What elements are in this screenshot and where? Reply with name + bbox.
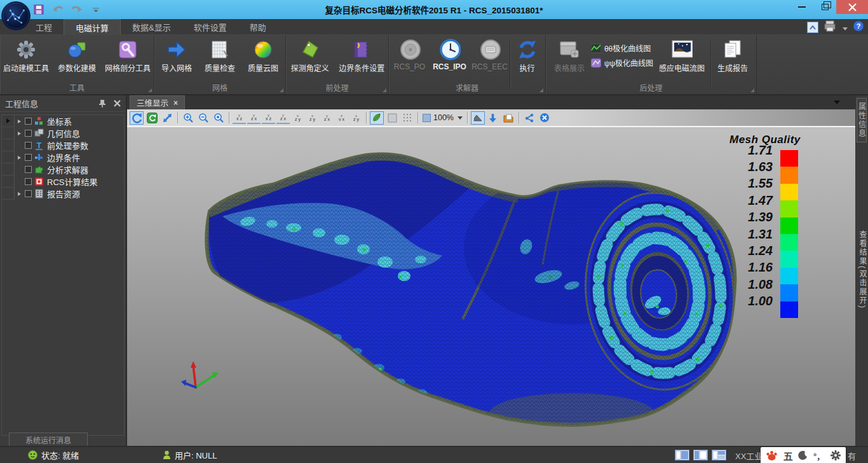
properties-tab[interactable]: 属性信息: [857, 98, 867, 142]
viewport-menu-dropdown-icon[interactable]: [834, 100, 840, 104]
restore-button[interactable]: [813, 0, 836, 14]
rcs-ipo-button[interactable]: RCS_IPO: [430, 38, 470, 71]
ime-gear-icon[interactable]: [831, 450, 841, 460]
undo-button[interactable]: [51, 3, 65, 17]
copy-view-button[interactable]: [501, 111, 515, 125]
layout-right-button[interactable]: [712, 450, 726, 460]
flat-shade-button[interactable]: [385, 111, 399, 125]
minimize-button[interactable]: [790, 0, 813, 14]
tab-project[interactable]: 工程: [24, 19, 64, 35]
group-expand-icon[interactable]: [280, 88, 283, 92]
checkbox[interactable]: [25, 130, 32, 137]
close-tab-icon[interactable]: ×: [173, 99, 178, 107]
boundary-settings-button[interactable]: 边界条件设置: [336, 38, 388, 73]
tab-help[interactable]: 帮助: [238, 19, 278, 35]
theta-polar-plot-button[interactable]: θθ极化曲线图: [591, 43, 653, 53]
rcs-eec-button[interactable]: RCS_EEC: [471, 38, 508, 71]
tree-item-rcs-results[interactable]: RCS计算结果: [2, 176, 124, 188]
tree-item-geometry-info[interactable]: 几何信息: [2, 127, 124, 139]
sector-view-button[interactable]: [471, 111, 485, 125]
checkbox[interactable]: [25, 142, 32, 149]
view-results-tab[interactable]: 查看结果(双击展开): [857, 230, 868, 309]
ime-mode-label[interactable]: 五: [783, 449, 793, 462]
3d-canvas[interactable]: Mesh Quality 1.71 1.63 1.55 1.47 1.39 1.…: [127, 127, 855, 446]
system-messages-tab[interactable]: 系统运行消息: [9, 432, 88, 446]
zoom-in-button[interactable]: [181, 111, 195, 125]
generate-report-button[interactable]: 生成报告: [712, 38, 753, 73]
parametric-model-button[interactable]: 参数化建模: [52, 38, 102, 73]
moon-icon[interactable]: [798, 451, 808, 460]
zoom-out-button[interactable]: [196, 111, 210, 125]
quality-cloud-button[interactable]: 质量云图: [242, 38, 284, 73]
rcs-po-button[interactable]: RCS_PO: [391, 38, 428, 71]
view-iso1-button[interactable]: yz x: [320, 111, 334, 124]
orbit-button[interactable]: [130, 111, 144, 125]
share-button[interactable]: [522, 111, 536, 125]
table-display-button[interactable]: 表格展示: [549, 38, 590, 73]
expand-icon[interactable]: [15, 156, 24, 160]
mesh-tool-button[interactable]: 网格剖分工具: [103, 38, 153, 73]
ribbon-collapse-button[interactable]: [807, 22, 818, 33]
close-panel-icon[interactable]: [114, 100, 121, 107]
launch-modeler-button[interactable]: 启动建模工具: [1, 38, 51, 73]
tree-item-preprocess-params[interactable]: T 前处理参数: [2, 139, 124, 151]
quality-check-button[interactable]: 质量检查: [199, 38, 241, 73]
pin-icon[interactable]: [98, 99, 106, 107]
svg-text:?: ?: [857, 22, 861, 30]
tab-3d-display[interactable]: 三维显示 ×: [130, 95, 185, 109]
tab-data-display[interactable]: 数据&显示: [121, 19, 182, 35]
view-iso2-button[interactable]: zv x: [335, 111, 348, 124]
ime-toolbar[interactable]: 五 °，: [761, 447, 846, 463]
group-expand-icon[interactable]: [539, 88, 543, 92]
group-expand-icon[interactable]: [383, 88, 386, 92]
checkbox[interactable]: [25, 190, 32, 197]
print-dropdown-icon[interactable]: [843, 22, 848, 33]
ime-logo-icon[interactable]: [766, 450, 778, 461]
tree-item-report-resources[interactable]: 报告资源: [2, 188, 124, 200]
save-button[interactable]: [32, 3, 46, 17]
psi-polar-plot-button[interactable]: ψψ极化曲线图: [591, 57, 653, 68]
smooth-shade-button[interactable]: [370, 111, 384, 125]
probe-angle-button[interactable]: 探测角定义: [286, 38, 334, 73]
view-xz2-button[interactable]: yx z: [262, 111, 275, 124]
group-expand-icon[interactable]: [148, 88, 152, 92]
app-logo[interactable]: [1, 1, 31, 31]
checkbox[interactable]: [25, 166, 32, 173]
execute-button[interactable]: 执行: [512, 38, 543, 73]
zoom-level-dropdown[interactable]: 100%: [421, 113, 464, 122]
export-down-button[interactable]: [486, 111, 500, 125]
checkbox[interactable]: [25, 178, 32, 185]
group-expand-icon[interactable]: [750, 88, 754, 92]
layout-left-button[interactable]: [675, 450, 689, 460]
checkbox[interactable]: [25, 118, 32, 125]
checkbox[interactable]: [25, 154, 32, 161]
induced-current-map-button[interactable]: 感应电磁流图: [654, 38, 709, 73]
qat-dropdown-icon[interactable]: [89, 3, 103, 17]
view-zx-button[interactable]: yz x: [247, 111, 261, 124]
view-zx2-button[interactable]: yz x: [276, 111, 290, 124]
tab-em-compute[interactable]: 电磁计算: [64, 19, 121, 35]
refresh-view-button[interactable]: [145, 111, 159, 125]
expand-icon[interactable]: [15, 132, 24, 135]
view-iso3-button[interactable]: xz y: [349, 111, 363, 124]
tree-item-analysis-solver[interactable]: 分析求解器: [2, 163, 124, 176]
redo-button[interactable]: [70, 3, 84, 17]
ime-punct-label[interactable]: °，: [813, 450, 825, 462]
close-view-button[interactable]: [538, 111, 552, 125]
pan-zoom-button[interactable]: [160, 111, 174, 125]
expand-icon[interactable]: [15, 192, 24, 196]
expand-icon[interactable]: [15, 120, 24, 123]
help-button[interactable]: ?: [853, 20, 864, 34]
view-zy-button[interactable]: xz y: [291, 111, 304, 124]
layout-center-button[interactable]: [693, 450, 708, 460]
view-zy2-button[interactable]: xz y: [306, 111, 319, 124]
print-button[interactable]: [824, 20, 837, 34]
tab-settings[interactable]: 软件设置: [182, 19, 238, 35]
wireframe-button[interactable]: [400, 111, 414, 125]
tree-item-coordinate-system[interactable]: 坐标系: [2, 115, 124, 127]
tree-item-boundary-conditions[interactable]: 边界条件: [2, 151, 124, 163]
close-button[interactable]: [836, 0, 868, 14]
zoom-fit-button[interactable]: [212, 111, 226, 125]
view-xz-button[interactable]: yx z: [233, 111, 246, 124]
import-mesh-button[interactable]: 导入网格: [156, 38, 198, 73]
